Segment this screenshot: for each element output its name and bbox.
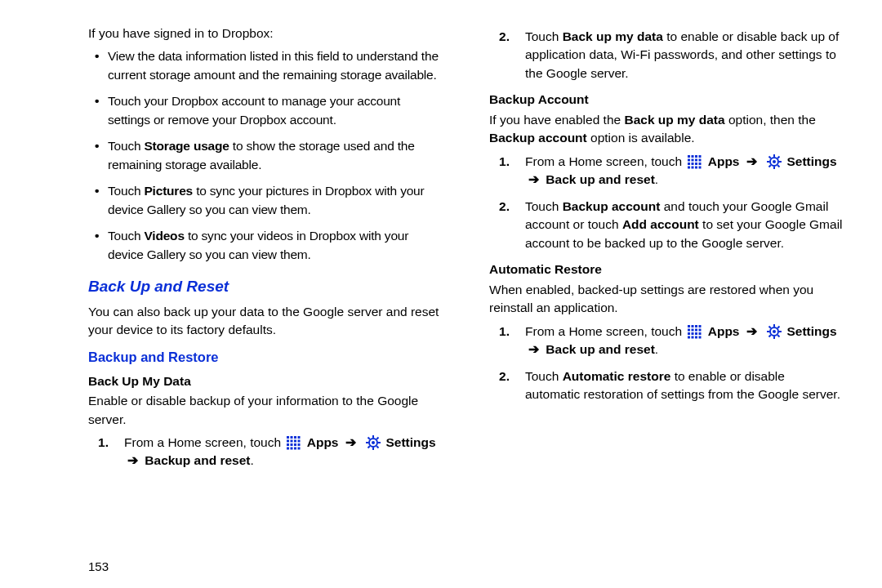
auto-restore-steps: From a Home screen, touch Apps ➔	[489, 323, 843, 404]
bold: Backup account	[563, 199, 661, 213]
text: If you have enabled the	[489, 113, 624, 127]
svg-rect-52	[688, 325, 690, 327]
left-column: If you have signed in to Dropbox: View t…	[39, 23, 442, 578]
svg-rect-55	[699, 325, 702, 327]
svg-line-49	[777, 165, 779, 167]
svg-rect-36	[695, 163, 697, 165]
arrow-icon: ➔	[127, 453, 138, 467]
svg-rect-14	[294, 447, 296, 449]
svg-line-75	[777, 335, 779, 336]
svg-rect-15	[298, 447, 301, 449]
text: Touch	[108, 139, 144, 153]
svg-rect-67	[699, 336, 702, 338]
svg-rect-53	[692, 325, 694, 327]
period: .	[655, 172, 658, 186]
svg-rect-60	[688, 332, 690, 335]
heading-backup-account: Backup Account	[489, 91, 843, 109]
svg-rect-2	[294, 436, 296, 439]
svg-rect-57	[692, 328, 694, 331]
bold: Storage usage	[144, 139, 229, 153]
dropbox-intro: If you have signed in to Dropbox:	[88, 24, 442, 42]
svg-rect-64	[688, 336, 690, 338]
svg-line-74	[769, 326, 771, 327]
svg-rect-12	[287, 447, 289, 449]
bold: Videos	[144, 229, 184, 243]
svg-rect-32	[695, 158, 697, 161]
dropbox-bullet: Touch Videos to sync your videos in Drop…	[100, 227, 442, 264]
text: Touch	[525, 199, 563, 213]
step: From a Home screen, touch Apps ➔	[98, 434, 442, 470]
settings-label: Settings	[385, 435, 435, 449]
text: Touch	[525, 29, 563, 43]
svg-rect-7	[298, 439, 301, 442]
svg-rect-37	[699, 163, 702, 165]
svg-rect-9	[291, 443, 293, 446]
period: .	[251, 453, 254, 467]
text: From a Home screen, touch	[124, 435, 281, 449]
svg-line-76	[777, 326, 779, 327]
dropbox-bullet: Touch Storage usage to show the storage …	[100, 137, 442, 174]
svg-rect-56	[688, 328, 690, 331]
svg-line-50	[777, 156, 779, 158]
svg-rect-4	[287, 439, 289, 442]
backup-reset-label: Back up and reset	[546, 172, 655, 186]
svg-rect-11	[298, 443, 301, 446]
apps-grid-icon	[687, 154, 702, 169]
apps-label: Apps	[307, 435, 339, 449]
dropbox-bullet: View the data information listed in this…	[100, 47, 442, 84]
heading-back-up-my-data: Back Up My Data	[88, 372, 442, 390]
svg-rect-59	[699, 328, 702, 331]
svg-rect-31	[692, 158, 694, 161]
svg-rect-8	[287, 443, 289, 446]
text: View the data information listed in this…	[108, 49, 439, 81]
bold: Backup account	[489, 131, 587, 145]
svg-line-77	[769, 335, 771, 336]
svg-rect-28	[695, 155, 697, 158]
step: Touch Backup account and touch your Goog…	[499, 198, 843, 252]
svg-line-48	[769, 156, 771, 158]
backup-reset-intro: You can also back up your data to the Go…	[88, 303, 442, 340]
svg-rect-38	[688, 166, 690, 168]
heading-back-up-and-reset: Back Up and Reset	[88, 275, 442, 298]
svg-rect-41	[699, 166, 702, 168]
bold: Pictures	[144, 184, 193, 198]
arrow-icon: ➔	[746, 154, 757, 168]
settings-gear-icon	[366, 435, 381, 450]
step: From a Home screen, touch Apps ➔	[499, 153, 843, 189]
svg-rect-66	[695, 336, 697, 338]
svg-line-22	[368, 437, 370, 439]
bold: Automatic restore	[563, 369, 671, 383]
apps-label: Apps	[708, 324, 740, 338]
apps-grid-icon	[687, 324, 702, 339]
svg-rect-35	[692, 163, 694, 165]
svg-rect-40	[695, 166, 697, 168]
text: Touch	[108, 184, 144, 198]
svg-point-43	[773, 160, 776, 163]
svg-rect-65	[692, 336, 694, 338]
text: From a Home screen, touch	[525, 154, 682, 168]
text: option is available.	[587, 131, 695, 145]
svg-rect-63	[699, 332, 702, 335]
backup-reset-label: Backup and reset	[145, 453, 250, 467]
heading-automatic-restore: Automatic Restore	[489, 261, 843, 278]
svg-line-23	[376, 446, 378, 448]
svg-rect-13	[291, 447, 293, 449]
auto-restore-intro: When enabled, backed-up settings are res…	[489, 281, 843, 318]
right-column: Touch Back up my data to enable or disab…	[474, 23, 851, 578]
backup-account-text: If you have enabled the Back up my data …	[489, 111, 843, 148]
svg-rect-34	[688, 163, 690, 165]
svg-rect-10	[294, 443, 296, 446]
svg-line-24	[376, 437, 378, 439]
svg-rect-58	[695, 328, 697, 331]
text: option, then the	[725, 113, 816, 127]
settings-gear-icon	[767, 324, 782, 339]
settings-gear-icon	[767, 154, 782, 169]
page-number: 153	[88, 559, 109, 573]
bold: Add account	[622, 217, 699, 231]
svg-rect-29	[699, 155, 702, 158]
step: From a Home screen, touch Apps ➔	[499, 323, 843, 359]
settings-label: Settings	[786, 154, 836, 168]
text: Touch your Dropbox account to manage you…	[108, 94, 400, 126]
text: Touch	[525, 369, 563, 383]
svg-rect-1	[291, 436, 293, 439]
